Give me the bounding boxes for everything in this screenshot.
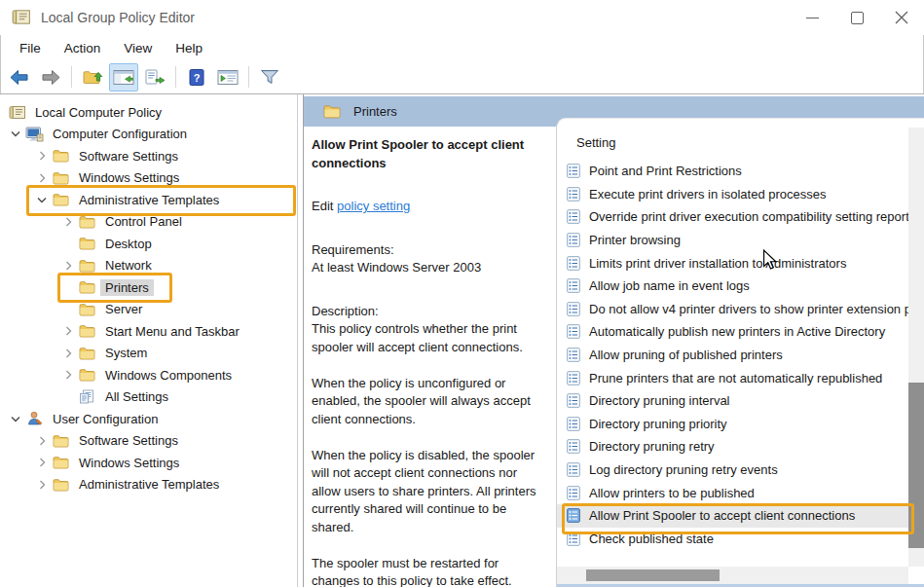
setting-item-directory-pruning-interval[interactable]: Directory pruning interval xyxy=(557,389,908,413)
chevron-right-icon[interactable] xyxy=(60,217,76,227)
description-paragraph: When the policy is unconfigured or enabl… xyxy=(312,375,546,429)
toolbar-separator xyxy=(175,66,176,88)
minimize-button[interactable] xyxy=(790,0,834,35)
setting-column-header[interactable]: Setting xyxy=(557,119,924,160)
tree-item-administrative-templates[interactable]: Administrative Templates xyxy=(0,474,297,496)
tree-item-control-panel[interactable]: Control Panel xyxy=(0,211,297,234)
tree-item-user-configuration[interactable]: User Configuration xyxy=(0,408,297,430)
chevron-right-icon[interactable] xyxy=(34,480,50,490)
tree-item-windows-settings[interactable]: Windows Settings xyxy=(0,167,297,190)
setting-item-allow-printers-to-be-published[interactable]: Allow printers to be published xyxy=(557,481,908,504)
show-extended-view-button[interactable] xyxy=(213,63,242,92)
requirements-value: At least Windows Server 2003 xyxy=(312,259,546,277)
setting-item-check-published-state[interactable]: Check published state xyxy=(557,528,908,551)
menu-action[interactable]: Action xyxy=(53,38,113,58)
menu-help[interactable]: Help xyxy=(164,38,214,58)
chevron-down-icon[interactable] xyxy=(8,130,23,137)
tree-item-desktop[interactable]: Desktop xyxy=(0,233,297,255)
filter-button[interactable] xyxy=(255,63,284,92)
toolbar-separator xyxy=(71,66,72,88)
chevron-right-icon[interactable] xyxy=(34,173,50,183)
tree-item-windows-components[interactable]: Windows Components xyxy=(0,364,297,386)
chevron-down-icon[interactable] xyxy=(8,416,23,422)
back-button[interactable] xyxy=(5,63,34,92)
export-list-icon xyxy=(144,69,166,86)
forward-arrow-icon xyxy=(40,69,61,86)
policy-description-panel: Allow Print Spooler to accept client con… xyxy=(304,127,556,587)
tree-item-system[interactable]: System xyxy=(0,343,297,365)
scroll-icon xyxy=(8,105,26,120)
folder-icon xyxy=(78,303,96,316)
chevron-right-icon[interactable] xyxy=(60,370,76,380)
policy-setting-link[interactable]: policy setting xyxy=(337,199,410,213)
tree-item-software-settings[interactable]: Software Settings xyxy=(0,145,297,167)
tree-item-server[interactable]: Server xyxy=(0,299,297,321)
forward-button[interactable] xyxy=(36,63,65,92)
folder-icon xyxy=(78,259,96,273)
close-button[interactable] xyxy=(879,0,924,35)
setting-item-label: Directory pruning priority xyxy=(589,417,727,431)
description-paragraph: When the policy is disabled, the spooler… xyxy=(312,447,546,537)
setting-item-label: Directory pruning retry xyxy=(589,439,715,454)
tree-item-network[interactable]: Network xyxy=(0,255,297,277)
tree-item-computer-configuration[interactable]: Computer Configuration xyxy=(0,124,297,146)
setting-item-do-not-allow-v4-printer-drivers-to-show-printer-extension-pages[interactable]: Do not allow v4 printer drivers to show … xyxy=(557,298,908,321)
svg-text:?: ? xyxy=(194,71,201,83)
setting-item-directory-pruning-retry[interactable]: Directory pruning retry xyxy=(557,435,908,459)
maximize-icon xyxy=(851,12,864,24)
back-arrow-icon xyxy=(9,69,30,86)
chevron-right-icon[interactable] xyxy=(60,326,76,336)
menu-view[interactable]: View xyxy=(112,38,164,58)
horizontal-scrollbar[interactable] xyxy=(557,567,908,584)
setting-item-allow-job-name-in-event-logs[interactable]: Allow job name in event logs xyxy=(557,275,908,298)
vertical-scrollbar-thumb[interactable] xyxy=(908,383,924,548)
tree-item-label: Network xyxy=(100,257,157,274)
folder-icon xyxy=(52,171,70,185)
setting-item-allow-pruning-of-published-printers[interactable]: Allow pruning of published printers xyxy=(557,344,908,367)
chevron-right-icon[interactable] xyxy=(60,349,76,358)
chevron-right-icon[interactable] xyxy=(60,261,76,271)
chevron-down-icon[interactable] xyxy=(34,197,50,203)
setting-item-prune-printers-that-are-not-automatically-republished[interactable]: Prune printers that are not automaticall… xyxy=(557,366,908,389)
tree-item-software-settings[interactable]: Software Settings xyxy=(0,430,297,453)
setting-item-execute-print-drivers-in-isolated-processes[interactable]: Execute print drivers in isolated proces… xyxy=(557,183,908,206)
vertical-scrollbar[interactable] xyxy=(908,128,924,567)
setting-item-allow-print-spooler-to-accept-client-connections[interactable]: Allow Print Spooler to accept client con… xyxy=(557,504,908,528)
description-label: Description: xyxy=(312,303,546,321)
up-one-level-button[interactable] xyxy=(78,63,107,92)
setting-item-automatically-publish-new-printers-in-active-directory[interactable]: Automatically publish new printers in Ac… xyxy=(557,320,908,344)
tree-item-label: Windows Components xyxy=(100,367,237,384)
show-console-tree-button[interactable] xyxy=(109,63,138,92)
folder-icon xyxy=(52,478,70,492)
requirements-label: Requirements: xyxy=(312,241,546,260)
main-area: Local Computer PolicyComputer Configurat… xyxy=(0,93,924,587)
tree-item-all-settings[interactable]: All Settings xyxy=(0,386,297,409)
toolbar-separator xyxy=(248,66,249,88)
tree-item-label: Administrative Templates xyxy=(74,192,224,208)
tree-item-start-menu-and-taskbar[interactable]: Start Menu and Taskbar xyxy=(0,320,297,343)
toolbar: ? xyxy=(0,60,924,94)
menu-file[interactable]: File xyxy=(8,38,53,58)
tree-item-printers[interactable]: Printers xyxy=(0,276,297,299)
setting-item-limits-print-driver-installation-to-administrators[interactable]: Limits print driver installation to Admi… xyxy=(557,251,908,275)
tree-item-local-computer-policy[interactable]: Local Computer Policy xyxy=(0,101,297,124)
pane-header-title: Printers xyxy=(353,104,397,119)
maximize-button[interactable] xyxy=(834,0,879,35)
help-button[interactable]: ? xyxy=(182,63,211,92)
tree-item-label: All Settings xyxy=(100,388,173,405)
export-list-button[interactable] xyxy=(140,63,169,92)
setting-item-log-directory-pruning-retry-events[interactable]: Log directory pruning retry events xyxy=(557,459,908,482)
chevron-right-icon[interactable] xyxy=(34,151,50,161)
details-pane: Printers Allow Print Spooler to accept c… xyxy=(303,94,924,587)
extended-view-icon xyxy=(217,69,239,86)
chevron-right-icon[interactable] xyxy=(34,458,50,467)
close-icon xyxy=(895,11,908,24)
tree-item-administrative-templates[interactable]: Administrative Templates xyxy=(0,189,297,211)
setting-item-directory-pruning-priority[interactable]: Directory pruning priority xyxy=(557,413,908,436)
tree-item-windows-settings[interactable]: Windows Settings xyxy=(0,452,297,474)
chevron-right-icon[interactable] xyxy=(34,436,50,446)
setting-item-override-print-driver-execution-compatibility-setting-reported-by-print-driver[interactable]: Override print driver execution compatib… xyxy=(557,205,908,229)
setting-item-printer-browsing[interactable]: Printer browsing xyxy=(557,229,908,252)
horizontal-scrollbar-thumb[interactable] xyxy=(586,569,720,581)
setting-item-point-and-print-restrictions[interactable]: Point and Print Restrictions xyxy=(557,160,908,183)
